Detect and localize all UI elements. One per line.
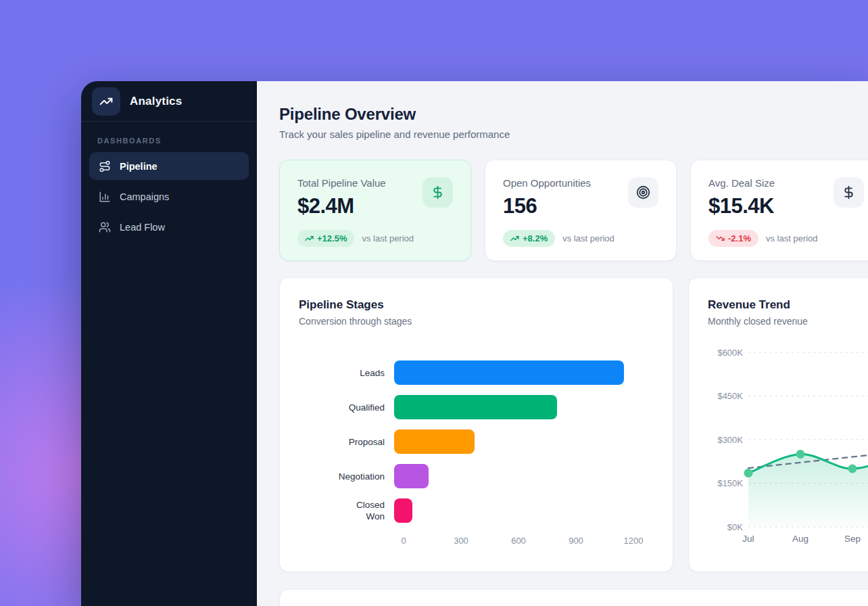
- kpi-compare-label: vs last period: [766, 233, 818, 243]
- dollar-icon: [834, 177, 864, 208]
- bar-closed-won: [394, 498, 412, 523]
- sidebar-item-pipeline[interactable]: Pipeline: [89, 152, 249, 180]
- bar-row-closed-won: Closed Won: [299, 498, 654, 523]
- trending-up-icon: [510, 234, 519, 243]
- bar-row-negotiation: Negotiation: [299, 464, 654, 488]
- sidebar: Analytics DASHBOARDS Pipeline Campaigns: [81, 81, 257, 606]
- bar-category-label: Proposal: [299, 436, 394, 448]
- bar-proposal: [394, 429, 475, 454]
- kpi-card-avg-deal-size: Avg. Deal Size $15.4K -2.1% vs last peri…: [690, 160, 868, 261]
- x-axis-tick: Aug: [792, 534, 809, 544]
- x-axis-tick: 1200: [624, 536, 644, 546]
- sidebar-item-label: Lead Flow: [120, 222, 165, 233]
- page-subtitle: Track your sales pipeline and revenue pe…: [279, 128, 868, 141]
- main-content: Pipeline Overview Track your sales pipel…: [257, 81, 868, 606]
- target-icon: [628, 177, 658, 208]
- revenue-trend-card: Revenue Trend Monthly closed revenue $60…: [688, 277, 868, 572]
- bar-row-qualified: Qualified: [299, 395, 654, 419]
- trending-up-icon: [99, 95, 113, 108]
- line-chart: $600K$450K$300K$150K$0KJulAugSep: [708, 342, 868, 553]
- bar-chart-x-axis: 03006009001200: [404, 536, 633, 548]
- bar-category-label: Negotiation: [299, 471, 394, 482]
- bar-qualified: [394, 395, 557, 419]
- users-icon: [99, 221, 111, 233]
- x-axis-tick: 600: [511, 536, 526, 546]
- data-point-sep: [848, 465, 857, 473]
- chart-title: Revenue Trend: [708, 298, 868, 312]
- kpi-compare-label: vs last period: [362, 233, 414, 243]
- route-icon: [99, 160, 111, 172]
- bar-row-proposal: Proposal: [299, 429, 654, 454]
- data-point-aug: [796, 450, 805, 459]
- pipeline-stages-card: Pipeline Stages Conversion through stage…: [279, 277, 673, 572]
- bar-chart-icon: [99, 191, 111, 203]
- sidebar-header: Analytics: [81, 81, 257, 122]
- data-point-jul: [744, 469, 753, 477]
- y-axis-tick: $150K: [717, 478, 743, 488]
- x-axis-tick: Jul: [742, 534, 754, 544]
- sidebar-section-dashboards: DASHBOARDS Pipeline Campaigns Lead Flow: [81, 122, 257, 243]
- y-axis-tick: $450K: [717, 391, 743, 401]
- kpi-compare-label: vs last period: [562, 233, 614, 243]
- delta-badge: +8.2%: [503, 230, 555, 247]
- delta-badge: -2.1%: [708, 230, 758, 247]
- bar-chart: LeadsQualifiedProposalNegotiationClosed …: [299, 360, 654, 523]
- x-axis-tick: 300: [454, 536, 468, 546]
- dollar-icon: [423, 177, 453, 208]
- kpi-card-total-pipeline-value: Total Pipeline Value $2.4M +12.5% vs las…: [279, 160, 471, 261]
- charts-row: Pipeline Stages Conversion through stage…: [279, 277, 868, 572]
- chart-subtitle: Monthly closed revenue: [708, 316, 868, 327]
- bar-leads: [394, 360, 624, 385]
- bar-category-label: Leads: [299, 367, 394, 379]
- kpi-footer: +12.5% vs last period: [297, 230, 453, 247]
- sidebar-item-label: Campaigns: [120, 191, 169, 202]
- bar-row-leads: Leads: [299, 360, 654, 385]
- y-axis-tick: $0K: [727, 522, 743, 532]
- kpi-footer: +8.2% vs last period: [503, 230, 658, 247]
- x-axis-tick: 900: [569, 536, 583, 546]
- delta-badge: +12.5%: [297, 230, 354, 247]
- sidebar-item-label: Pipeline: [120, 161, 158, 172]
- chart-title: Pipeline Stages: [299, 298, 654, 312]
- y-axis-tick: $300K: [717, 435, 743, 445]
- bar-negotiation: [394, 464, 429, 488]
- kpi-card-open-opportunities: Open Opportunities 156 +8.2% vs last per…: [485, 160, 677, 261]
- page-title: Pipeline Overview: [279, 105, 868, 124]
- kpi-row: Total Pipeline Value $2.4M +12.5% vs las…: [279, 160, 868, 261]
- x-axis-tick: Sep: [844, 534, 861, 544]
- x-axis-tick: 0: [401, 536, 406, 546]
- trending-up-icon: [305, 234, 314, 243]
- trending-down-icon: [716, 234, 725, 243]
- y-axis-tick: $600K: [717, 348, 743, 358]
- analytics-logo-icon: [92, 87, 120, 116]
- app-title: Analytics: [130, 95, 182, 108]
- sidebar-item-campaigns[interactable]: Campaigns: [89, 183, 249, 210]
- sidebar-section-label: DASHBOARDS: [97, 137, 249, 145]
- bar-category-label: Qualified: [299, 402, 394, 413]
- app-window: Analytics DASHBOARDS Pipeline Campaigns: [81, 81, 868, 606]
- bottom-card: [279, 589, 868, 606]
- chart-subtitle: Conversion through stages: [299, 316, 654, 327]
- bar-category-label: Closed Won: [299, 499, 394, 522]
- kpi-footer: -2.1% vs last period: [708, 230, 864, 247]
- sidebar-item-lead-flow[interactable]: Lead Flow: [89, 213, 249, 241]
